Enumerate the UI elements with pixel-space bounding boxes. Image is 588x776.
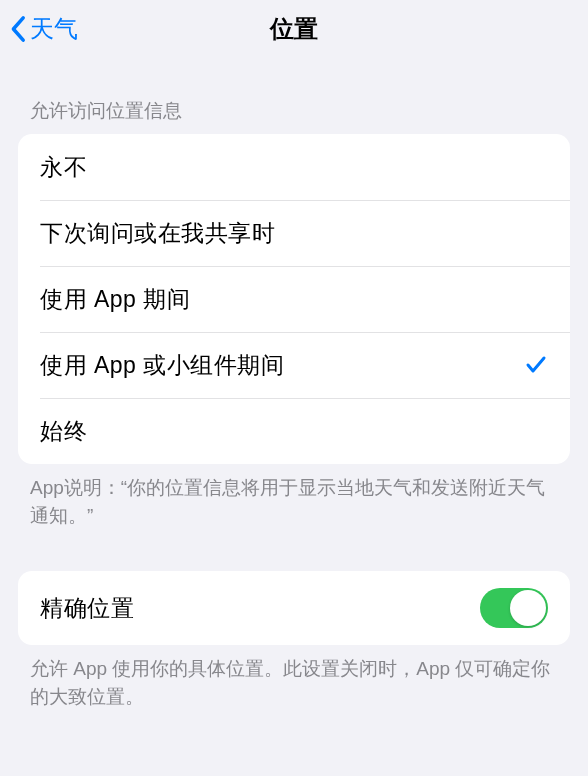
option-label: 使用 App 或小组件期间 [40, 350, 284, 381]
checkmark-icon [524, 353, 548, 377]
toggle-knob [510, 590, 546, 626]
option-never[interactable]: 永不 [18, 134, 570, 200]
back-label: 天气 [30, 13, 78, 45]
option-while-using-app-or-widgets[interactable]: 使用 App 或小组件期间 [18, 332, 570, 398]
page-title: 位置 [270, 13, 318, 45]
precise-location-toggle[interactable] [480, 588, 548, 628]
location-access-group: 永不 下次询问或在我共享时 使用 App 期间 使用 App 或小组件期间 始终 [18, 134, 570, 464]
section-footer-precise-location: 允许 App 使用你的具体位置。此设置关闭时，App 仅可确定你的大致位置。 [0, 645, 588, 710]
precise-location-group: 精确位置 [18, 571, 570, 645]
precise-location-label: 精确位置 [40, 593, 134, 624]
chevron-left-icon [10, 15, 28, 43]
option-while-using-app[interactable]: 使用 App 期间 [18, 266, 570, 332]
section-header-location-access: 允许访问位置信息 [0, 58, 588, 134]
option-label: 下次询问或在我共享时 [40, 218, 275, 249]
option-label: 始终 [40, 416, 87, 447]
nav-bar: 天气 位置 [0, 0, 588, 58]
option-label: 永不 [40, 152, 87, 183]
section-footer-location-access: App说明：“你的位置信息将用于显示当地天气和发送附近天气通知。” [0, 464, 588, 529]
back-button[interactable]: 天气 [10, 13, 78, 45]
option-always[interactable]: 始终 [18, 398, 570, 464]
option-label: 使用 App 期间 [40, 284, 190, 315]
option-ask-next-time[interactable]: 下次询问或在我共享时 [18, 200, 570, 266]
precise-location-row: 精确位置 [18, 571, 570, 645]
